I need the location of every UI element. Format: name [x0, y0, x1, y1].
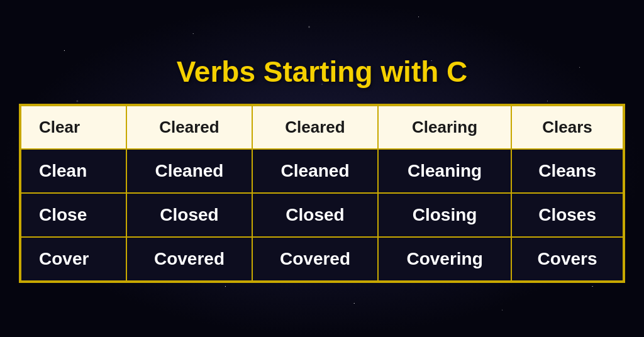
cell-row1-col2: Cleaned [126, 149, 252, 193]
header-row: Clear Cleared Cleared Clearing Clears [21, 106, 623, 149]
cell-row3-col2: Covered [126, 237, 252, 281]
cell-row3-col1: Cover [21, 237, 126, 281]
cell-row1-col1: Clean [21, 149, 126, 193]
cell-row1-col3: Cleaned [252, 149, 378, 193]
verbs-table-container: Clear Cleared Cleared Clearing Clears Cl… [19, 104, 625, 283]
header-col-3: Cleared [252, 106, 378, 149]
table-row: Clean Cleaned Cleaned Cleaning Cleans [21, 149, 623, 193]
verbs-table: Clear Cleared Cleared Clearing Clears Cl… [20, 105, 624, 282]
cell-row3-col3: Covered [252, 237, 378, 281]
cell-row2-col1: Close [21, 193, 126, 237]
table-row: Close Closed Closed Closing Closes [21, 193, 623, 237]
cell-row2-col4: Closing [378, 193, 511, 237]
table-body: Clean Cleaned Cleaned Cleaning Cleans Cl… [21, 149, 623, 281]
header-col-5: Clears [511, 106, 623, 149]
table-header: Clear Cleared Cleared Clearing Clears [21, 106, 623, 149]
cell-row3-col5: Covers [511, 237, 623, 281]
table-row: Cover Covered Covered Covering Covers [21, 237, 623, 281]
cell-row1-col5: Cleans [511, 149, 623, 193]
cell-row2-col2: Closed [126, 193, 252, 237]
cell-row1-col4: Cleaning [378, 149, 511, 193]
page-title: Verbs Starting with C [177, 55, 468, 89]
header-col-2: Cleared [126, 106, 252, 149]
header-col-4: Clearing [378, 106, 511, 149]
header-col-1: Clear [21, 106, 126, 149]
cell-row3-col4: Covering [378, 237, 511, 281]
cell-row2-col3: Closed [252, 193, 378, 237]
cell-row2-col5: Closes [511, 193, 623, 237]
